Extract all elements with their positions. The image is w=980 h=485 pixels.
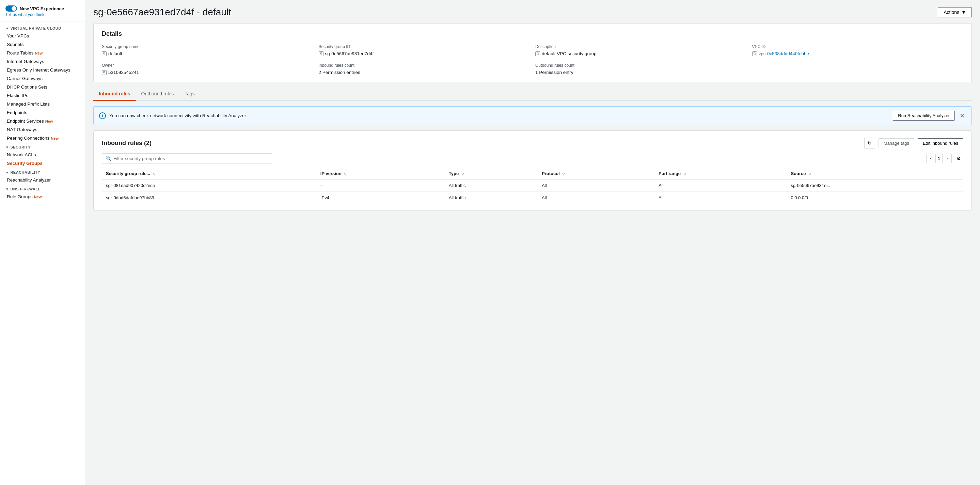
sidebar-item-endpoint-services[interactable]: Endpoint Services New	[0, 117, 85, 125]
table-row: sgr-081ead907420c2eca–All trafficAllAlls…	[102, 179, 963, 192]
sidebar-item-label-security-groups: Security Groups	[7, 161, 43, 166]
table-row: sgr-0dbd6dafebe97bb89IPv4All trafficAllA…	[102, 192, 963, 204]
detail-label-6: Outbound rules count	[535, 63, 747, 68]
cell-1-1: IPv4	[317, 192, 445, 204]
detail-text-6: 1 Permission entry	[535, 70, 573, 75]
tab-outbound[interactable]: Outbound rules	[136, 87, 180, 101]
next-page-button[interactable]: ›	[942, 154, 952, 163]
info-banner: i You can now check network connectivity…	[93, 106, 972, 125]
sidebar-item-your-vpcs[interactable]: Your VPCs	[0, 32, 85, 40]
info-icon: i	[99, 112, 106, 119]
sidebar-item-subnets[interactable]: Subnets	[0, 40, 85, 49]
badge-new-endpoint-services: New	[45, 119, 53, 123]
sidebar-item-reachability-analyzer[interactable]: Reachability Analyzer	[0, 176, 85, 184]
col-header-protocol[interactable]: Protocol ▽	[538, 168, 654, 179]
tab-inbound[interactable]: Inbound rules	[93, 87, 136, 101]
sidebar-item-route-tables[interactable]: Route Tables New	[0, 49, 85, 57]
cell-0-2: All traffic	[445, 179, 538, 192]
vpc-experience-section: New VPC Experience Tell us what you thin…	[0, 3, 85, 21]
sidebar-item-label-your-vpcs: Your VPCs	[7, 33, 29, 38]
inbound-rules-section: Inbound rules (2) ↻ Manage tags Edit inb…	[93, 130, 972, 211]
sidebar-item-carrier-gateways[interactable]: Carrier Gateways	[0, 74, 85, 83]
sidebar-item-label-rule-groups: Rule Groups	[7, 194, 33, 199]
detail-value-5: 2 Permission entries	[319, 70, 530, 75]
actions-button[interactable]: Actions ▼	[938, 7, 972, 17]
cell-0-3: All	[538, 179, 654, 192]
refresh-button[interactable]: ↻	[864, 138, 875, 148]
tab-tags[interactable]: Tags	[179, 87, 200, 101]
detail-item-3: VPC ID⧉vpc-0c538dddd440febbe	[752, 44, 964, 56]
sidebar: New VPC Experience Tell us what you thin…	[0, 0, 85, 485]
prev-page-button[interactable]: ‹	[926, 154, 936, 163]
detail-value-3[interactable]: ⧉vpc-0c538dddd440febbe	[752, 51, 964, 56]
detail-value-0: ⧉default	[102, 51, 313, 56]
sidebar-item-label-carrier-gateways: Carrier Gateways	[7, 76, 43, 81]
sidebar-item-internet-gateways[interactable]: Internet Gateways	[0, 57, 85, 66]
col-header-ip-version[interactable]: IP version ▽	[317, 168, 445, 179]
sidebar-item-endpoints[interactable]: Endpoints	[0, 108, 85, 117]
sidebar-item-label-route-tables: Route Tables	[7, 51, 34, 56]
copy-icon[interactable]: ⧉	[752, 51, 757, 56]
detail-text-2: default VPC security group	[542, 51, 597, 56]
sidebar-item-label-reachability-analyzer: Reachability Analyzer	[7, 177, 51, 183]
info-banner-close-button[interactable]: ✕	[958, 112, 966, 119]
run-analyzer-button[interactable]: Run Reachability Analyzer	[893, 111, 955, 121]
sidebar-section-reachability[interactable]: ▼ REACHABILITY	[0, 168, 85, 176]
sidebar-item-peering-connections[interactable]: Peering Connections New	[0, 134, 85, 142]
sidebar-item-managed-prefix[interactable]: Managed Prefix Lists	[0, 100, 85, 108]
info-banner-text: You can now check network connectivity w…	[109, 113, 246, 118]
details-grid: Security group name⧉defaultSecurity grou…	[102, 44, 963, 75]
badge-new-route-tables: New	[35, 51, 43, 55]
sidebar-item-elastic-ips[interactable]: Elastic IPs	[0, 91, 85, 100]
detail-label-5: Inbound rules count	[319, 63, 530, 68]
sort-arrow-rule-id: ▽	[153, 172, 156, 176]
sidebar-item-label-endpoints: Endpoints	[7, 110, 27, 115]
sidebar-collapse-button[interactable]: ‹	[85, 236, 85, 249]
page-number: 1	[938, 156, 940, 161]
col-header-rule-id[interactable]: Security group rule... ▽	[102, 168, 317, 179]
detail-text-3: vpc-0c538dddd440febbe	[759, 51, 810, 56]
rules-table-body: sgr-081ead907420c2eca–All trafficAllAlls…	[102, 179, 963, 204]
sidebar-section-vpc[interactable]: ▼ VIRTUAL PRIVATE CLOUD	[0, 24, 85, 32]
sort-arrow-type: ▽	[461, 172, 464, 176]
copy-icon[interactable]: ⧉	[535, 51, 540, 56]
sidebar-item-label-subnets: Subnets	[7, 42, 24, 47]
manage-tags-button[interactable]: Manage tags	[878, 138, 914, 148]
cell-0-0: sgr-081ead907420c2eca	[102, 179, 317, 192]
col-header-port-range[interactable]: Port range ▽	[654, 168, 787, 179]
sidebar-item-egress-gateways[interactable]: Egress Only Internet Gateways	[0, 66, 85, 74]
sidebar-item-label-endpoint-services: Endpoint Services	[7, 119, 44, 124]
sidebar-item-dhcp-options[interactable]: DHCP Options Sets	[0, 83, 85, 91]
search-input[interactable]	[113, 156, 268, 161]
sidebar-section-dns-firewall[interactable]: ▼ DNS FIREWALL	[0, 184, 85, 192]
sidebar-item-label-managed-prefix: Managed Prefix Lists	[7, 102, 50, 107]
col-header-source[interactable]: Source ▽	[787, 168, 963, 179]
sidebar-item-rule-groups[interactable]: Rule Groups New	[0, 192, 85, 201]
cell-1-3: All	[538, 192, 654, 204]
detail-text-5: 2 Permission entries	[319, 70, 360, 75]
detail-item-4: Owner⧉531092545241	[102, 63, 313, 75]
sidebar-item-network-acls[interactable]: Network ACLs	[0, 151, 85, 159]
sort-arrow-ip-version: ▽	[344, 172, 347, 176]
chevron-down-icon: ▼	[5, 27, 9, 30]
edit-inbound-rules-button[interactable]: Edit inbound rules	[918, 138, 963, 148]
details-card-title: Details	[102, 30, 963, 37]
details-card: Details Security group name⧉defaultSecur…	[93, 23, 972, 82]
search-icon: 🔍	[105, 156, 111, 161]
vpc-experience-link[interactable]: Tell us what you think	[5, 12, 80, 17]
copy-icon[interactable]: ⧉	[102, 51, 107, 56]
table-settings-button[interactable]: ⚙	[954, 154, 963, 163]
sidebar-item-nat-gateways[interactable]: NAT Gateways	[0, 125, 85, 134]
vpc-experience-toggle[interactable]	[5, 5, 17, 11]
sidebar-section-security[interactable]: ▼ SECURITY	[0, 142, 85, 151]
sidebar-item-security-groups[interactable]: Security Groups	[0, 159, 85, 168]
cell-0-4: All	[654, 179, 787, 192]
copy-icon[interactable]: ⧉	[102, 70, 107, 75]
sort-arrow-port-range: ▽	[683, 172, 686, 176]
copy-icon[interactable]: ⧉	[319, 51, 323, 56]
col-header-type[interactable]: Type ▽	[445, 168, 538, 179]
search-box[interactable]: 🔍	[102, 153, 272, 164]
sidebar-item-label-internet-gateways: Internet Gateways	[7, 59, 44, 64]
detail-label-0: Security group name	[102, 44, 313, 49]
rules-table: Security group rule... ▽IP version ▽Type…	[102, 168, 963, 204]
